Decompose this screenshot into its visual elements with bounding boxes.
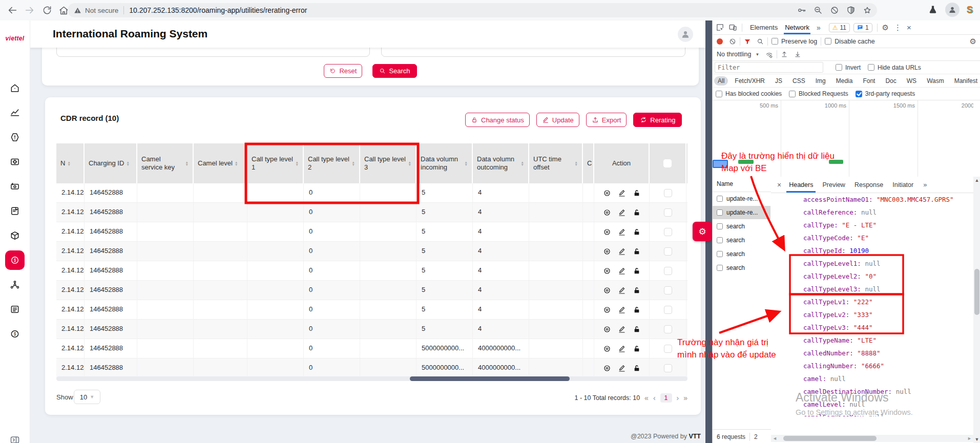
payload-line-callTypeName[interactable]: callTypeName: "LTE" [803, 334, 980, 347]
sidebar-item-alert[interactable] [5, 128, 25, 147]
payload-line-callTypeLevel3[interactable]: callTypeLevel3: null [803, 283, 980, 296]
payload-hscroll-thumb[interactable] [783, 436, 877, 441]
sort-icon[interactable]: ▲▼ [296, 161, 299, 166]
filter-chip-media[interactable]: Media [832, 76, 857, 86]
sidebar-collapse-button[interactable] [5, 430, 25, 443]
table-horizontal-scrollbar[interactable] [56, 376, 687, 381]
unlock-icon[interactable] [633, 207, 641, 218]
unlock-icon[interactable] [633, 246, 641, 257]
unlock-icon[interactable] [633, 266, 641, 276]
column-header-call-type-level-1[interactable]: Call type level 1▲▼ [247, 143, 304, 183]
payload-line-calledNumber[interactable]: calledNumber: "8888" [803, 347, 980, 360]
edit-icon[interactable] [618, 363, 626, 373]
network-search-icon[interactable] [757, 38, 764, 45]
payload-line-callTypeId[interactable]: callTypeId: 10190 [803, 244, 980, 257]
disable-cache-checkbox[interactable] [825, 38, 831, 45]
payload-line-callTypeLv2[interactable]: callTypeLv2: "333" [803, 308, 980, 321]
edit-icon[interactable] [618, 305, 626, 315]
invert-checkbox[interactable] [836, 64, 842, 71]
row-checkbox[interactable] [664, 208, 672, 217]
table-row[interactable]: 2.14.128146452888054 [56, 320, 687, 339]
scroll-up-icon[interactable]: ▲ [973, 178, 980, 183]
zoom-out-icon[interactable] [814, 6, 823, 15]
column-header-charging-id[interactable]: Charging ID▲▼ [85, 143, 137, 183]
payload-line-callTypeLv1[interactable]: callTypeLv1: "222" [803, 296, 980, 308]
view-icon[interactable] [603, 227, 611, 237]
import-har-icon[interactable] [781, 51, 788, 58]
payload-line-camelServiceKey[interactable]: camelServiceKey: null [803, 411, 980, 416]
request-list-item[interactable]: search [713, 247, 770, 261]
s-logo[interactable]: S [967, 5, 973, 15]
column-header-call-type-level-2[interactable]: Call type level 2▲▼ [304, 143, 360, 183]
view-icon[interactable] [603, 266, 611, 276]
star-icon[interactable] [863, 6, 872, 15]
table-row[interactable]: 2.14.12814645288805000000000...400000000… [56, 339, 687, 358]
filter-chip-font[interactable]: Font [859, 76, 879, 86]
column-header-utc-time-offset[interactable]: UTC time offset▲▼ [529, 143, 583, 183]
security-label[interactable]: Not secure [85, 7, 118, 14]
reset-button[interactable]: Reset [324, 64, 362, 78]
sidebar-item-report[interactable] [5, 300, 25, 319]
blocked-icon[interactable] [830, 6, 839, 15]
sidebar-item-invoice[interactable] [5, 201, 25, 221]
refresh-icon[interactable] [41, 4, 53, 16]
edit-icon[interactable] [618, 227, 626, 237]
detail-tab-headers[interactable]: Headers [784, 177, 818, 193]
omnibox[interactable]: Not secure 10.207.252.135:8200/roaming-a… [68, 3, 877, 17]
scrollbar-thumb[interactable] [410, 376, 570, 381]
warnings-badge[interactable]: ⚠ 11 [829, 23, 850, 32]
view-icon[interactable] [603, 305, 611, 315]
request-list-item[interactable]: search [713, 220, 770, 233]
unlock-icon[interactable] [633, 344, 641, 354]
view-icon[interactable] [603, 363, 611, 373]
row-checkbox[interactable] [664, 247, 672, 256]
shield-icon[interactable] [846, 6, 856, 15]
row-checkbox[interactable] [664, 325, 672, 333]
sort-icon[interactable]: ▲▼ [185, 161, 189, 166]
sort-icon[interactable]: ▲▼ [235, 161, 238, 166]
payload-line-callReference[interactable]: callReference: null [803, 206, 980, 219]
filter-chip-js[interactable]: JS [772, 76, 786, 86]
device-toolbar-icon[interactable] [728, 23, 737, 32]
filter-chip-all[interactable]: All [714, 76, 728, 86]
forward-icon[interactable] [24, 4, 36, 16]
request-checkbox[interactable] [717, 209, 723, 216]
blocked-requests-checkbox[interactable] [789, 91, 796, 97]
filter-input[interactable] [715, 62, 823, 73]
column-header-call-type-level-3[interactable]: Call type level 3▲▼ [360, 143, 416, 183]
payload-line-camelLevel[interactable]: camelLevel: null [803, 398, 980, 411]
row-checkbox[interactable] [664, 189, 672, 197]
last-page-button[interactable]: » [683, 394, 687, 402]
sort-icon[interactable]: ▲▼ [408, 161, 411, 166]
row-checkbox[interactable] [664, 267, 672, 275]
column-header-n[interactable]: N▲▼ [56, 143, 85, 183]
settings-fab-button[interactable]: ⚙ [693, 222, 712, 241]
payload-line-callType[interactable]: callType: "E - LTE" [803, 219, 980, 231]
view-icon[interactable] [603, 207, 611, 218]
table-row[interactable]: 2.14.128146452888054 [56, 281, 687, 300]
edit-icon[interactable] [618, 207, 626, 218]
devtools-close-icon[interactable]: × [907, 23, 911, 32]
column-header-camel-service-key[interactable]: Camel service key▲▼ [137, 143, 194, 183]
request-checkbox[interactable] [717, 237, 723, 243]
scroll-down-icon[interactable]: ▼ [973, 437, 980, 442]
unlock-icon[interactable] [633, 188, 641, 198]
view-icon[interactable] [603, 246, 611, 257]
table-row[interactable]: 2.14.128146452888054 [56, 183, 687, 203]
sidebar-item-home[interactable] [5, 78, 25, 98]
filter-icon[interactable] [744, 38, 751, 45]
edit-icon[interactable] [618, 188, 626, 198]
key-icon[interactable] [797, 6, 806, 15]
network-overview-timeline[interactable]: 500 ms1000 ms1500 ms2000 ms [713, 100, 973, 177]
column-header-data-volumn-incoming[interactable]: Data volumn incoming▲▼ [416, 143, 473, 183]
row-checkbox[interactable] [664, 228, 672, 236]
tab-network[interactable]: Network [782, 20, 812, 34]
sort-icon[interactable]: ▲▼ [575, 161, 578, 166]
filter-chip-wasm[interactable]: Wasm [923, 76, 948, 86]
profile-avatar-icon[interactable] [945, 3, 960, 17]
row-checkbox[interactable] [664, 286, 672, 294]
3rd-party-requests-checkbox[interactable] [856, 91, 862, 97]
devtools-vscroll-thumb[interactable] [974, 269, 979, 315]
row-checkbox[interactable] [664, 364, 672, 372]
sidebar-item-money-transfer[interactable] [5, 177, 25, 196]
